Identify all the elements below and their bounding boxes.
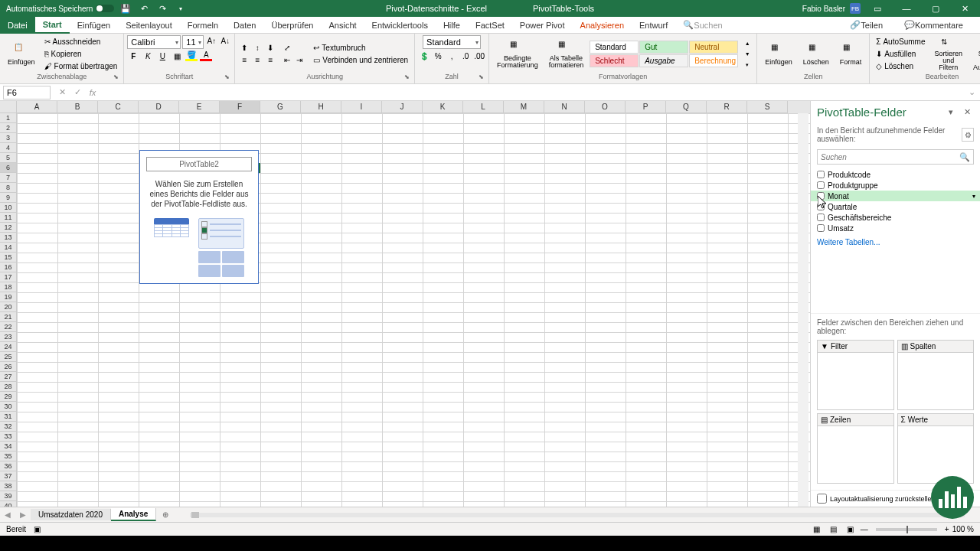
row-header-22[interactable]: 22 (0, 322, 17, 332)
field-search-input[interactable] (821, 153, 959, 161)
currency-icon[interactable]: 💲 (418, 51, 430, 61)
pivottable-placeholder[interactable]: PivotTable2 Wählen Sie zum Erstellen ein… (139, 150, 259, 284)
add-sheet-button[interactable]: ⊕ (156, 510, 175, 519)
zoom-in-button[interactable]: + (945, 525, 949, 533)
bold-button[interactable]: F (127, 51, 139, 61)
italic-button[interactable]: K (142, 51, 154, 61)
font-size-combo[interactable]: 11 (182, 35, 204, 49)
row-header-39[interactable]: 39 (0, 491, 17, 501)
col-header-I[interactable]: I (341, 101, 382, 113)
more-tables-link[interactable]: Weitere Tabellen... (811, 235, 980, 249)
style-neutral[interactable]: Neutral (689, 41, 738, 54)
conditional-format-button[interactable]: ▦ Bedingte Formatierung (492, 36, 543, 73)
row-header-19[interactable]: 19 (0, 292, 17, 302)
row-header-12[interactable]: 12 (0, 223, 17, 233)
row-header-21[interactable]: 21 (0, 312, 17, 322)
tab-entwurf[interactable]: Entwurf (632, 17, 675, 34)
align-bottom-icon[interactable]: ⬇ (264, 43, 276, 54)
align-middle-icon[interactable]: ↕ (251, 43, 263, 54)
col-header-G[interactable]: G (260, 101, 301, 113)
col-header-Q[interactable]: Q (666, 101, 707, 113)
row-header-7[interactable]: 7 (0, 173, 17, 183)
view-page-icon[interactable]: ▤ (827, 524, 841, 535)
fill-color-button[interactable]: 🪣 (185, 51, 198, 61)
align-center-icon[interactable]: ≡ (251, 55, 263, 66)
row-header-9[interactable]: 9 (0, 193, 17, 203)
row-header-36[interactable]: 36 (0, 461, 17, 471)
inc-decimal-icon[interactable]: .0 (459, 51, 472, 61)
clipboard-launcher[interactable]: ⬊ (113, 73, 119, 80)
col-header-O[interactable]: O (585, 101, 626, 113)
row-header-30[interactable]: 30 (0, 402, 17, 412)
minimize-icon[interactable]: — (894, 0, 919, 17)
area-values[interactable]: ΣWerte (897, 413, 975, 484)
row-header-35[interactable]: 35 (0, 452, 17, 461)
row-header-34[interactable]: 34 (0, 442, 17, 452)
redo-icon[interactable]: ↷ (155, 2, 169, 15)
border-button[interactable]: ▦ (171, 51, 183, 61)
fieldpane-close-icon[interactable]: ✕ (961, 107, 974, 117)
zoom-out-button[interactable]: — (861, 525, 868, 533)
row-header-24[interactable]: 24 (0, 342, 17, 352)
scrollbar-v[interactable] (798, 113, 808, 507)
col-header-R[interactable]: R (707, 101, 747, 113)
font-color-button[interactable]: A (200, 51, 212, 61)
field-quartale[interactable]: Quartale (811, 201, 980, 212)
maximize-icon[interactable]: ▢ (923, 0, 948, 17)
merge-button[interactable]: ▭Verbinden und zentrieren (310, 54, 411, 66)
field-produktgruppe[interactable]: Produktgruppe (811, 180, 980, 191)
font-launcher[interactable]: ⬊ (224, 73, 230, 80)
formula-input[interactable] (104, 86, 964, 99)
style-ausgabe[interactable]: Ausgabe (639, 54, 688, 67)
row-header-4[interactable]: 4 (0, 143, 17, 153)
row-header-33[interactable]: 33 (0, 432, 17, 442)
row-header-40[interactable]: 40 (0, 501, 17, 507)
macro-record-icon[interactable]: ▣ (34, 525, 41, 533)
tab-ansicht[interactable]: Ansicht (321, 17, 364, 34)
accept-formula-icon[interactable]: ✓ (70, 86, 84, 99)
row-header-37[interactable]: 37 (0, 471, 17, 481)
col-header-A[interactable]: A (17, 101, 57, 113)
row-header-23[interactable]: 23 (0, 332, 17, 342)
col-header-J[interactable]: J (382, 101, 423, 113)
align-left-icon[interactable]: ≡ (238, 55, 250, 66)
tab-analysieren[interactable]: Analysieren (573, 17, 632, 34)
qat-custom-icon[interactable]: ▾ (174, 2, 188, 15)
col-header-F[interactable]: F (220, 101, 260, 113)
row-header-32[interactable]: 32 (0, 422, 17, 432)
zoom-level[interactable]: 100 % (952, 525, 974, 533)
align-right-icon[interactable]: ≡ (264, 55, 276, 66)
tab-factset[interactable]: FactSet (468, 17, 512, 34)
orientation-icon[interactable]: ⤢ (281, 43, 293, 54)
font-grow-icon[interactable]: A↑ (205, 35, 217, 46)
align-launcher[interactable]: ⬊ (404, 73, 410, 80)
autosave-toggle[interactable] (96, 5, 114, 12)
cut-button[interactable]: ✂Ausschneiden (41, 36, 121, 47)
row-header-11[interactable]: 11 (0, 213, 17, 223)
area-filter[interactable]: ▼Filter (817, 340, 894, 410)
style-schlecht[interactable]: Schlecht (590, 54, 639, 67)
tab-start[interactable]: Start (35, 17, 70, 34)
sheet-tab-umsatz[interactable]: Umsatzdaten 2020 (31, 509, 111, 520)
row-header-2[interactable]: 2 (0, 123, 17, 133)
paste-button[interactable]: 📋 Einfügen (3, 36, 40, 73)
delete-cells-button[interactable]: ▦Löschen (799, 36, 834, 73)
number-launcher[interactable]: ⬊ (479, 73, 484, 80)
tab-hilfe[interactable]: Hilfe (436, 17, 468, 34)
indent-dec-icon[interactable]: ⇤ (281, 55, 293, 66)
area-rows[interactable]: ▤Zeilen (817, 413, 894, 484)
field-produktcode[interactable]: Produktcode (811, 169, 980, 180)
row-header-14[interactable]: 14 (0, 243, 17, 253)
dec-decimal-icon[interactable]: .00 (473, 51, 485, 61)
select-all-corner[interactable] (0, 101, 17, 113)
style-scroll-up[interactable]: ▲ (741, 38, 753, 49)
col-header-B[interactable]: B (57, 101, 98, 113)
comments-button[interactable]: 💬 Kommentare (897, 17, 971, 34)
field-search[interactable]: 🔍 (817, 149, 974, 165)
font-shrink-icon[interactable]: A↓ (219, 35, 231, 46)
share-button[interactable]: 🔗 Teilen (842, 17, 890, 34)
view-break-icon[interactable]: ▣ (844, 524, 858, 535)
col-header-P[interactable]: P (626, 101, 666, 113)
col-header-L[interactable]: L (463, 101, 504, 113)
sort-filter-button[interactable]: ⇅Sortieren und Filtern (929, 36, 967, 73)
